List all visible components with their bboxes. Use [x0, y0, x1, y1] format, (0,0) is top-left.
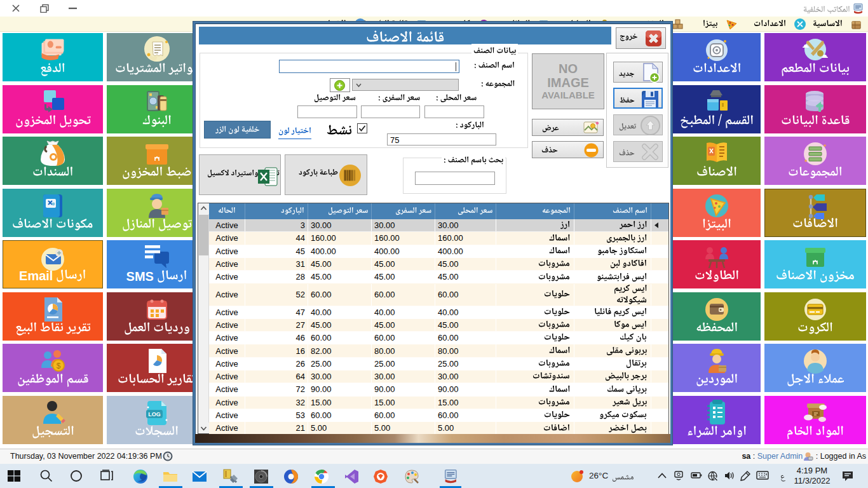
svg-text:$: $ — [57, 362, 61, 370]
svg-text:LOG: LOG — [148, 411, 161, 417]
